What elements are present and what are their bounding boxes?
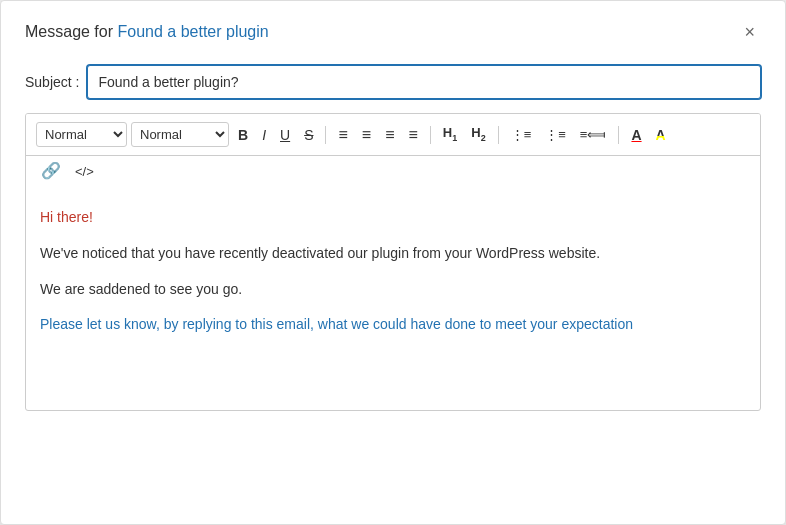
greeting-text: Hi there! xyxy=(40,206,746,230)
paragraph-2: We are saddened to see you go. xyxy=(40,278,746,302)
strikethrough-button[interactable]: S xyxy=(299,125,318,145)
font-bg-button[interactable]: A xyxy=(651,125,671,145)
italic-icon: I xyxy=(262,128,266,142)
link-icon: 🔗 xyxy=(41,163,61,179)
paragraph-3: Please let us know, by replying to this … xyxy=(40,313,746,337)
dialog-header: Message for Found a better plugin × xyxy=(25,21,761,43)
subject-input[interactable] xyxy=(87,65,761,99)
toolbar-separator-4 xyxy=(618,126,619,144)
align-center-button[interactable]: ≡ xyxy=(357,124,376,146)
unordered-list-button[interactable]: ⋮≡ xyxy=(540,125,571,144)
paragraph-1: We've noticed that you have recently dea… xyxy=(40,242,746,266)
ordered-list-button[interactable]: ⋮≡ xyxy=(506,125,537,144)
code-button[interactable]: </> xyxy=(70,162,99,181)
strikethrough-icon: S xyxy=(304,128,313,142)
unordered-list-icon: ⋮≡ xyxy=(545,128,566,141)
ordered-list-icon: ⋮≡ xyxy=(511,128,532,141)
italic-button[interactable]: I xyxy=(257,125,271,145)
toolbar-row2: 🔗 </> xyxy=(26,156,760,190)
toolbar-separator-1 xyxy=(325,126,326,144)
editor-container: Normal Heading 1 Heading 2 Paragraph Nor… xyxy=(25,113,761,411)
h2-icon: H2 xyxy=(471,126,485,143)
close-button[interactable]: × xyxy=(738,21,761,43)
subject-row: Subject : xyxy=(25,65,761,99)
align-center-icon: ≡ xyxy=(362,127,371,143)
paragraph-3-text: Please let us know, by replying to this … xyxy=(40,316,633,332)
title-link: Found a better plugin xyxy=(117,23,268,40)
bold-button[interactable]: B xyxy=(233,125,253,145)
toolbar-separator-3 xyxy=(498,126,499,144)
editor-content[interactable]: Hi there! We've noticed that you have re… xyxy=(26,190,760,410)
bold-icon: B xyxy=(238,128,248,142)
h2-button[interactable]: H2 xyxy=(466,123,490,146)
font-color-icon: A xyxy=(631,128,641,142)
subject-label: Subject : xyxy=(25,74,79,90)
underline-icon: U xyxy=(280,128,290,142)
font-family-select[interactable]: Normal Sans Serif Serif Monospace xyxy=(131,122,229,147)
align-left-button[interactable]: ≡ xyxy=(333,124,352,146)
align-justify-button[interactable]: ≡ xyxy=(404,124,423,146)
dialog-title: Message for Found a better plugin xyxy=(25,23,269,41)
code-icon: </> xyxy=(75,165,94,178)
underline-button[interactable]: U xyxy=(275,125,295,145)
outdent-icon: ≡⟽ xyxy=(580,128,607,141)
toolbar-row1: Normal Heading 1 Heading 2 Paragraph Nor… xyxy=(26,114,760,156)
align-justify-icon: ≡ xyxy=(409,127,418,143)
title-prefix: Message for xyxy=(25,23,117,40)
align-right-icon: ≡ xyxy=(385,127,394,143)
toolbar-separator-2 xyxy=(430,126,431,144)
link-button[interactable]: 🔗 xyxy=(36,160,66,182)
align-left-icon: ≡ xyxy=(338,127,347,143)
align-right-button[interactable]: ≡ xyxy=(380,124,399,146)
font-bg-icon: A xyxy=(656,128,666,142)
font-color-button[interactable]: A xyxy=(626,125,646,145)
message-dialog: Message for Found a better plugin × Subj… xyxy=(0,0,786,525)
outdent-button[interactable]: ≡⟽ xyxy=(575,125,612,144)
h1-icon: H1 xyxy=(443,126,457,143)
paragraph-style-select[interactable]: Normal Heading 1 Heading 2 Paragraph xyxy=(36,122,127,147)
h1-button[interactable]: H1 xyxy=(438,123,462,146)
